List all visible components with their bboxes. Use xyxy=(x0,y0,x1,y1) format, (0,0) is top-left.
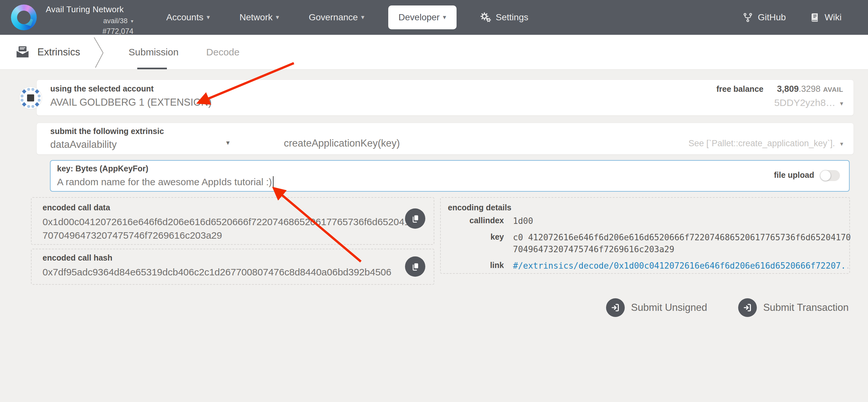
network-name: Avail Turing Network xyxy=(46,4,133,14)
book-icon xyxy=(810,12,819,22)
gears-icon xyxy=(480,12,491,23)
account-selector[interactable]: using the selected account AVAIL GOLDBER… xyxy=(50,84,212,108)
account-address[interactable]: 5DDY2yzh8…▾ xyxy=(717,97,843,108)
copy-call-hash-button[interactable] xyxy=(405,256,425,277)
submit-unsigned-button[interactable]: Submit Unsigned xyxy=(606,298,707,317)
account-identicon[interactable] xyxy=(19,86,42,110)
section-title: Extrinsics xyxy=(37,47,80,58)
decode-link-row: link #/extrinsics/decode/0x1d00c04120726… xyxy=(447,260,852,272)
callindex-label: callindex xyxy=(447,215,504,225)
main-menu: Accounts▾ Network▾ Governance▾ Developer… xyxy=(151,0,543,35)
callindex-row: callindex 1d00 xyxy=(447,215,852,227)
encoded-call-data-value: 0x1d00c0412072616e646f6d206e616d6520666f… xyxy=(42,215,413,242)
menu-network[interactable]: Network▾ xyxy=(224,12,294,23)
chevron-down-icon: ▾ xyxy=(840,99,843,107)
top-navigation-bar: Avail Turing Network avail/38▾ #772,074 … xyxy=(0,0,868,35)
free-balance-label: free balance xyxy=(717,84,764,94)
section-header: Extrinsics xyxy=(16,35,80,69)
code-fork-icon xyxy=(743,12,753,22)
wiki-link[interactable]: Wiki xyxy=(810,12,842,23)
extrinsic-card: submit the following extrinsic dataAvail… xyxy=(36,123,854,155)
menu-developer-active[interactable]: Developer▾ xyxy=(388,5,457,29)
avail-logo-icon[interactable] xyxy=(11,4,37,30)
callindex-value: 1d00 xyxy=(513,215,852,227)
breadcrumb-divider xyxy=(92,35,105,69)
account-balance-block: free balance 3,809.3298AVAIL 5DDY2yzh8…▾ xyxy=(717,84,843,108)
chain-spec[interactable]: avail/38▾ xyxy=(46,17,133,25)
encoded-call-hash-label: encoded call hash xyxy=(42,253,413,262)
pallet-select[interactable]: submit the following extrinsic dataAvail… xyxy=(50,127,164,150)
encoded-call-hash-value: 0x7df95adc9364d84e65319dcb406c2c1d267700… xyxy=(42,266,413,279)
account-card: using the selected account AVAIL GOLDBER… xyxy=(36,80,854,116)
copy-call-data-button[interactable] xyxy=(405,208,425,229)
sign-in-icon xyxy=(742,303,753,313)
extrinsic-label: submit the following extrinsic xyxy=(50,127,164,136)
chevron-down-icon: ▾ xyxy=(840,140,843,148)
chevron-down-icon: ▾ xyxy=(276,13,279,21)
copy-icon xyxy=(410,214,420,223)
menu-accounts[interactable]: Accounts▾ xyxy=(151,12,224,23)
submit-actions: Submit Unsigned Submit Transaction xyxy=(606,298,849,317)
chevron-down-icon: ▾ xyxy=(131,18,133,24)
github-link[interactable]: GitHub xyxy=(743,12,786,23)
menu-settings[interactable]: Settings xyxy=(466,12,543,23)
decode-link[interactable]: #/extrinsics/decode/0x1d00c0412072616e64… xyxy=(513,260,848,272)
pallet-value: dataAvailability xyxy=(50,139,164,150)
file-upload-label: file upload xyxy=(774,171,814,180)
method-doc-hint: See [`Pallet::create_application_key`].▾ xyxy=(688,138,843,149)
submit-transaction-button[interactable]: Submit Transaction xyxy=(738,298,849,317)
encoded-call-data-box: encoded call data 0x1d00c0412072616e646f… xyxy=(31,197,434,245)
method-select[interactable]: createApplicationKey(key) xyxy=(284,137,400,149)
extrinsics-page: Avail Turing Network avail/38▾ #772,074 … xyxy=(0,0,868,402)
block-number: #772,074 xyxy=(46,27,133,36)
account-name: AVAIL GOLDBERG 1 (EXTENSION) xyxy=(50,97,212,108)
chevron-down-icon: ▾ xyxy=(207,13,210,21)
free-balance-value: 3,809.3298AVAIL xyxy=(777,84,843,94)
text-cursor xyxy=(273,176,274,187)
tab-decode[interactable]: Decode xyxy=(206,47,239,58)
external-links: GitHub Wiki xyxy=(743,0,842,35)
key-param-label: key: Bytes (AppKeyFor) xyxy=(57,164,274,173)
tab-bar: Extrinsics Submission Decode xyxy=(0,35,868,69)
network-info[interactable]: Avail Turing Network avail/38▾ #772,074 xyxy=(46,4,133,36)
chevron-down-icon: ▾ xyxy=(443,13,446,21)
tabs: Submission Decode xyxy=(129,35,239,69)
active-tab-indicator xyxy=(137,68,167,69)
extrinsics-envelope-icon xyxy=(16,45,30,59)
encoded-call-hash-box: encoded call hash 0x7df95adc9364d84e6531… xyxy=(31,249,434,285)
chevron-down-icon: ▾ xyxy=(361,13,364,21)
tab-submission[interactable]: Submission xyxy=(129,47,179,58)
encoding-details-label: encoding details xyxy=(448,203,511,212)
decode-link-label: link xyxy=(447,260,504,270)
encoded-call-data-label: encoded call data xyxy=(42,203,413,212)
menu-governance[interactable]: Governance▾ xyxy=(294,12,379,23)
key-hex-row: key c0 412072616e646f6d206e616d6520666f7… xyxy=(447,231,852,255)
chevron-down-icon: ▾ xyxy=(226,139,230,147)
toggle-knob xyxy=(820,171,831,181)
key-param-value[interactable]: A random name for the awesome AppIds tut… xyxy=(57,176,274,187)
copy-icon xyxy=(410,262,420,272)
file-upload-toggle[interactable] xyxy=(820,170,840,181)
sign-in-icon xyxy=(610,303,621,313)
account-label: using the selected account xyxy=(50,84,212,93)
key-hex-value: c0 412072616e646f6d206e616d6520666f72207… xyxy=(513,231,852,255)
key-param-input[interactable]: key: Bytes (AppKeyFor) A random name for… xyxy=(50,160,849,192)
encoding-details-box: encoding details callindex 1d00 key c0 4… xyxy=(440,197,850,274)
key-hex-label: key xyxy=(447,231,504,242)
